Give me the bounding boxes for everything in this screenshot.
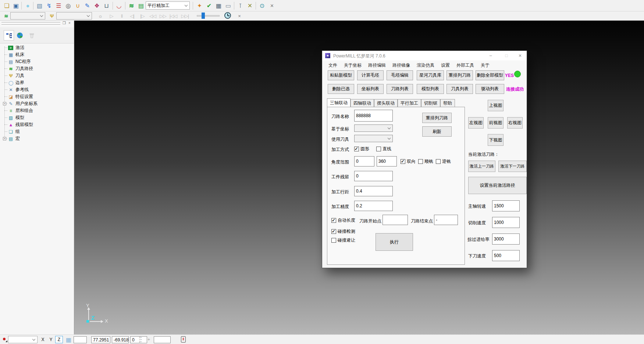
collision-check-checkbox[interactable]: 碰撞检测 bbox=[331, 228, 355, 235]
refresh-button[interactable]: 刷新 bbox=[422, 126, 452, 137]
coord-list-button[interactable]: 坐标列表 bbox=[357, 84, 384, 94]
step-back-icon[interactable]: ◁| bbox=[128, 12, 136, 20]
front-view-button[interactable]: 前视图 bbox=[488, 117, 504, 129]
tree-item-groups[interactable]: ❏组 bbox=[0, 128, 74, 135]
activate-next-toolpath-button[interactable]: 激活下一刀路 bbox=[498, 161, 527, 172]
viewport-3d[interactable]: Y X Z ★ PowerMILL 忆梦星河 7.0.6 – □ × 文件 关于… bbox=[74, 21, 644, 334]
start-point-input[interactable] bbox=[383, 215, 408, 225]
menu-file[interactable]: 文件 bbox=[325, 61, 341, 69]
menu-settings[interactable]: 设置 bbox=[438, 61, 453, 69]
fast-forward-icon[interactable]: ▷▷ bbox=[159, 12, 167, 20]
zlevel-icon[interactable]: ☰ bbox=[54, 1, 63, 10]
stock-allowance-input[interactable] bbox=[354, 171, 393, 181]
menu-external-tools[interactable]: 外部工具 bbox=[453, 61, 477, 69]
sim-tool-icon[interactable]: Ψ bbox=[48, 12, 56, 20]
block-edit-button[interactable]: 毛坯编辑 bbox=[387, 70, 413, 80]
toolpath-name-input[interactable] bbox=[354, 110, 393, 122]
active-strategy-dropdown[interactable]: 平行精加工 bbox=[146, 1, 190, 10]
tolerance-readout-input[interactable] bbox=[154, 336, 171, 343]
plunge-speed-input[interactable] bbox=[492, 250, 520, 261]
bidirectional-checkbox[interactable]: 双向 bbox=[401, 158, 416, 165]
strategy-list-icon[interactable]: ▤ bbox=[136, 1, 146, 10]
delete-selected-button[interactable]: 删除已选 bbox=[328, 84, 354, 94]
dialog-titlebar[interactable]: ★ PowerMILL 忆梦星河 7.0.6 – □ × bbox=[322, 51, 527, 60]
curve-editor-icon[interactable]: ✎ bbox=[83, 1, 92, 10]
sim-toolbar-close-icon[interactable]: × bbox=[235, 12, 243, 20]
paste-new-model-button[interactable]: 粘贴新模型 bbox=[328, 70, 354, 80]
expand-icon[interactable]: + bbox=[3, 102, 6, 105]
coord-y-input[interactable] bbox=[112, 336, 129, 343]
right-view-button[interactable]: 右视图 bbox=[507, 117, 523, 129]
axis-z-button[interactable]: Z bbox=[55, 336, 63, 343]
collision-check-icon[interactable]: ∪ bbox=[73, 1, 82, 10]
tool-pair-icon[interactable]: ⊺ bbox=[236, 1, 245, 10]
panel-grabber[interactable] bbox=[1, 24, 60, 25]
tab-3axis[interactable]: 三轴联动 bbox=[327, 98, 351, 107]
execute-button[interactable]: 执行 bbox=[376, 233, 413, 251]
lightbulb-icon[interactable]: ☼ bbox=[96, 12, 104, 20]
blob-icon[interactable]: ● bbox=[23, 1, 32, 10]
tab-head[interactable]: 摆头联动 bbox=[374, 99, 398, 107]
active-toolpath-icon[interactable]: ≋ bbox=[127, 1, 136, 10]
tab-saw[interactable]: 切割锯 bbox=[421, 99, 440, 107]
tree-item-toolpaths[interactable]: ≋刀具路径 bbox=[0, 65, 74, 72]
step-forward-icon[interactable]: |▷ bbox=[138, 12, 146, 20]
angle-from-input[interactable] bbox=[354, 156, 374, 166]
drive-list-button[interactable]: 驱动列表 bbox=[476, 84, 504, 94]
pause-plotting-icon[interactable]: ‖ bbox=[181, 336, 186, 343]
tolerance-input[interactable] bbox=[354, 201, 393, 211]
simulation-speed-slider[interactable] bbox=[197, 15, 220, 17]
transform-icon[interactable]: ✕ bbox=[245, 1, 255, 10]
go-to-start-icon[interactable]: |◁◁ bbox=[169, 12, 177, 20]
end-point-input[interactable] bbox=[434, 215, 458, 225]
coord-x-input[interactable] bbox=[91, 336, 110, 343]
calc-block-button[interactable]: 计算毛坯 bbox=[357, 70, 384, 80]
sim-toolpath-dropdown[interactable] bbox=[10, 12, 45, 20]
tool-database-icon[interactable]: ⊙ bbox=[257, 1, 267, 10]
open-project-icon[interactable]: ❏ bbox=[2, 1, 11, 10]
tool-library-button[interactable]: 星河刀具库 bbox=[417, 70, 444, 80]
panel-grabber[interactable] bbox=[1, 22, 60, 23]
activate-prev-toolpath-button[interactable]: 激活上一刀路 bbox=[468, 161, 495, 172]
tree-item-patterns[interactable]: ✕参考线 bbox=[0, 86, 74, 93]
locator-icon[interactable]: + bbox=[145, 336, 153, 343]
verify-toolpath-icon[interactable]: ✔ bbox=[204, 1, 214, 10]
bottom-view-button[interactable]: 下视图 bbox=[488, 134, 504, 146]
axis-x-button[interactable]: X bbox=[39, 336, 47, 343]
tool-list-button[interactable]: 刀具列表 bbox=[446, 84, 473, 94]
rearrange-toolpaths-button[interactable]: 重排列刀路 bbox=[446, 70, 473, 80]
float-panel-icon[interactable]: ❐ bbox=[63, 21, 66, 25]
toolpath-strategy-icon[interactable]: ↯ bbox=[45, 1, 54, 10]
calculator-icon[interactable]: ▦ bbox=[214, 1, 223, 10]
base-coord-dropdown[interactable] bbox=[354, 124, 393, 132]
tree-item-workplanes[interactable]: +✎用户坐标系 bbox=[0, 100, 74, 107]
delete-all-models-button[interactable]: 删除全部模型 bbox=[476, 70, 504, 80]
tree-item-levels-sets[interactable]: ≡层和组合 bbox=[0, 107, 74, 114]
recycle-bin-tab[interactable] bbox=[26, 30, 37, 41]
tree-item-feature-sets[interactable]: ◪特征设置 bbox=[0, 93, 74, 100]
set-active-path-button[interactable]: 设置当前激活路径 bbox=[468, 177, 527, 194]
close-panel-icon[interactable]: × bbox=[68, 21, 71, 25]
tab-help[interactable]: 帮助 bbox=[440, 99, 455, 107]
collision-avoid-checkbox[interactable]: 碰撞避让 bbox=[331, 237, 355, 243]
tree-view-tab[interactable] bbox=[4, 30, 14, 41]
conventional-mill-checkbox[interactable]: 逆铣 bbox=[436, 158, 451, 165]
toolholder-icon[interactable]: ⊔ bbox=[102, 1, 111, 10]
go-to-end-icon[interactable]: ▷▷| bbox=[181, 12, 189, 20]
minimize-button[interactable]: – bbox=[483, 51, 498, 60]
top-view-button[interactable]: 上视图 bbox=[488, 100, 504, 111]
auto-length-checkbox[interactable]: 自动长度 bbox=[331, 217, 355, 224]
tree-item-nc-programs[interactable]: ▤NC程序 bbox=[0, 58, 74, 65]
ball-tool-icon[interactable]: ◎ bbox=[64, 1, 73, 10]
spindle-speed-input[interactable] bbox=[492, 200, 520, 211]
pause-icon[interactable]: ‖ bbox=[118, 12, 126, 20]
leads-links-icon[interactable]: ◡ bbox=[114, 1, 124, 10]
angle-to-input[interactable] bbox=[377, 156, 397, 166]
save-project-icon[interactable]: ▣ bbox=[11, 1, 21, 10]
rewind-icon[interactable]: ◁◁ bbox=[149, 12, 157, 20]
use-tool-dropdown[interactable] bbox=[354, 135, 393, 142]
cutting-speed-input[interactable] bbox=[492, 217, 520, 228]
tree-item-boundaries[interactable]: ◯边界 bbox=[0, 79, 74, 86]
feeds-speeds-icon[interactable]: ✦ bbox=[195, 1, 204, 10]
circular-checkbox[interactable]: 圆形 bbox=[354, 146, 369, 152]
